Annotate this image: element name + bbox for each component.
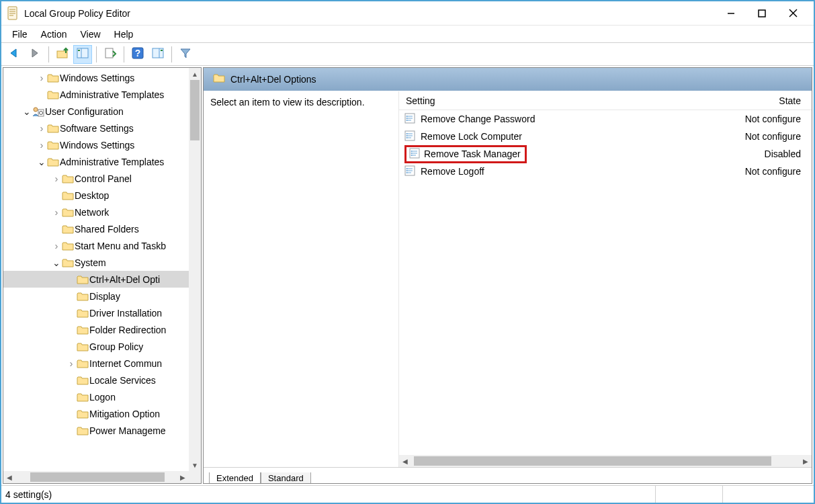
tree-item-label: Logon [89, 392, 116, 403]
titlebar: Local Group Policy Editor [1, 1, 814, 26]
tree-item[interactable]: Administrative Templates [3, 86, 201, 103]
tree-item[interactable]: Logon [3, 388, 201, 405]
svg-point-46 [406, 172, 408, 173]
setting-row[interactable]: Remove Lock ComputerNot configure [399, 128, 812, 145]
menu-action[interactable]: Action [36, 28, 73, 41]
tree-item[interactable]: Driver Installation [3, 304, 201, 321]
scroll-right-icon[interactable]: ▶ [177, 471, 189, 483]
policy-setting-icon [404, 165, 415, 178]
menu-file[interactable]: File [7, 28, 33, 41]
tree-vertical-scrollbar[interactable]: ▲ ▼ [189, 68, 201, 471]
chevron-right-icon[interactable]: › [52, 240, 61, 251]
tree-item[interactable]: › Start Menu and Taskb [3, 237, 201, 254]
toolbar-separator [124, 46, 124, 62]
tree-item[interactable]: › Internet Commun [3, 355, 201, 372]
folder-icon [46, 157, 60, 167]
tree-item[interactable]: › Windows Settings [3, 136, 201, 153]
chevron-right-icon[interactable]: › [52, 173, 61, 184]
scroll-left-icon[interactable]: ◀ [3, 471, 15, 483]
status-cell [722, 486, 810, 503]
svg-rect-2 [759, 10, 765, 17]
svg-point-30 [406, 133, 408, 134]
folder-icon [46, 73, 60, 83]
tree-item[interactable]: › Network [3, 204, 201, 220]
scroll-thumb[interactable] [30, 472, 165, 482]
setting-cell: Remove Lock Computer [399, 130, 731, 143]
folder-icon [76, 376, 89, 385]
tree-item-label: Software Settings [60, 123, 134, 134]
setting-row[interactable]: Remove Task ManagerDisabled [399, 145, 812, 163]
scroll-down-icon[interactable]: ▼ [189, 459, 201, 471]
setting-name: Remove Change Password [421, 114, 535, 124]
close-button[interactable] [777, 3, 808, 24]
setting-row[interactable]: Remove Change PasswordNot configure [399, 110, 812, 128]
tree-horizontal-scrollbar[interactable]: ◀ ▶ [3, 471, 189, 483]
help-button[interactable]: ? [128, 45, 147, 64]
tree-item[interactable]: Group Policy [3, 338, 201, 355]
column-setting[interactable]: Setting [399, 95, 731, 106]
arrow-right-icon [28, 48, 42, 60]
toolbar: ? [1, 43, 814, 66]
tree-item[interactable]: Folder Redirection [3, 321, 201, 338]
chevron-down-icon[interactable]: ⌄ [37, 157, 46, 167]
folder-icon [76, 342, 89, 351]
svg-point-24 [406, 118, 408, 119]
svg-rect-10 [105, 48, 113, 58]
tree-item[interactable]: Ctrl+Alt+Del Opti [3, 271, 201, 288]
show-hide-action-pane-button[interactable] [148, 45, 167, 64]
svg-point-39 [411, 155, 413, 156]
tab-standard[interactable]: Standard [261, 472, 311, 483]
tree-item-label: Network [75, 207, 109, 218]
menu-view[interactable]: View [75, 28, 105, 41]
tree-item[interactable]: ⌄ User Configuration [3, 103, 201, 120]
filter-button[interactable] [176, 45, 195, 64]
tree-item-label: System [75, 257, 106, 268]
forward-button[interactable] [26, 45, 44, 64]
tree-item-label: Mitigation Option [89, 409, 160, 419]
setting-cell: Remove Logoff [399, 165, 731, 178]
scroll-right-icon[interactable]: ▶ [800, 455, 812, 467]
folder-icon [61, 258, 75, 267]
tree-item[interactable]: Locale Services [3, 372, 201, 388]
policy-setting-icon [409, 148, 420, 161]
tree-item[interactable]: ⌄ System [3, 254, 201, 271]
chevron-down-icon[interactable]: ⌄ [22, 106, 32, 117]
export-list-button[interactable] [101, 45, 120, 64]
tree-item[interactable]: › Software Settings [3, 120, 201, 136]
menu-help[interactable]: Help [109, 28, 139, 41]
tree-item[interactable]: Shared Folders [3, 220, 201, 237]
column-state[interactable]: State [731, 95, 812, 106]
scroll-left-icon[interactable]: ◀ [399, 455, 411, 467]
tree: › Windows Settings Administrative Templa… [3, 68, 201, 439]
chevron-right-icon[interactable]: › [52, 206, 61, 218]
tab-extended[interactable]: Extended [209, 472, 261, 483]
back-button[interactable] [5, 45, 24, 64]
svg-point-38 [411, 153, 413, 154]
tree-item[interactable]: ⌄ Administrative Templates [3, 153, 201, 170]
chevron-down-icon[interactable]: ⌄ [52, 257, 61, 268]
tree-item-label: Ctrl+Alt+Del Opti [89, 274, 160, 285]
tree-item[interactable]: › Control Panel [3, 170, 201, 187]
minimize-button[interactable] [716, 3, 746, 24]
tree-item[interactable]: Power Manageme [3, 422, 201, 439]
up-button[interactable] [53, 45, 72, 64]
right-pane: Ctrl+Alt+Del Options Select an item to v… [203, 67, 812, 484]
chevron-right-icon[interactable]: › [37, 72, 46, 83]
chevron-right-icon[interactable]: › [67, 358, 76, 369]
scroll-up-icon[interactable]: ▲ [189, 68, 201, 80]
list-horizontal-scrollbar[interactable]: ◀ ▶ [399, 455, 812, 467]
setting-row[interactable]: Remove LogoffNot configure [399, 163, 812, 180]
tree-item[interactable]: › Windows Settings [3, 69, 201, 86]
scroll-thumb[interactable] [190, 80, 200, 140]
chevron-right-icon[interactable]: › [37, 139, 46, 151]
maximize-button[interactable] [746, 3, 777, 24]
filter-icon [179, 47, 191, 61]
window-title: Local Group Policy Editor [24, 8, 716, 19]
scroll-thumb[interactable] [414, 456, 771, 466]
tree-item[interactable]: Display [3, 288, 201, 304]
tree-item-label: Power Manageme [89, 425, 166, 436]
tree-item[interactable]: Desktop [3, 187, 201, 204]
tree-item[interactable]: Mitigation Option [3, 405, 201, 422]
chevron-right-icon[interactable]: › [37, 122, 46, 134]
show-hide-console-tree-button[interactable] [73, 45, 92, 64]
